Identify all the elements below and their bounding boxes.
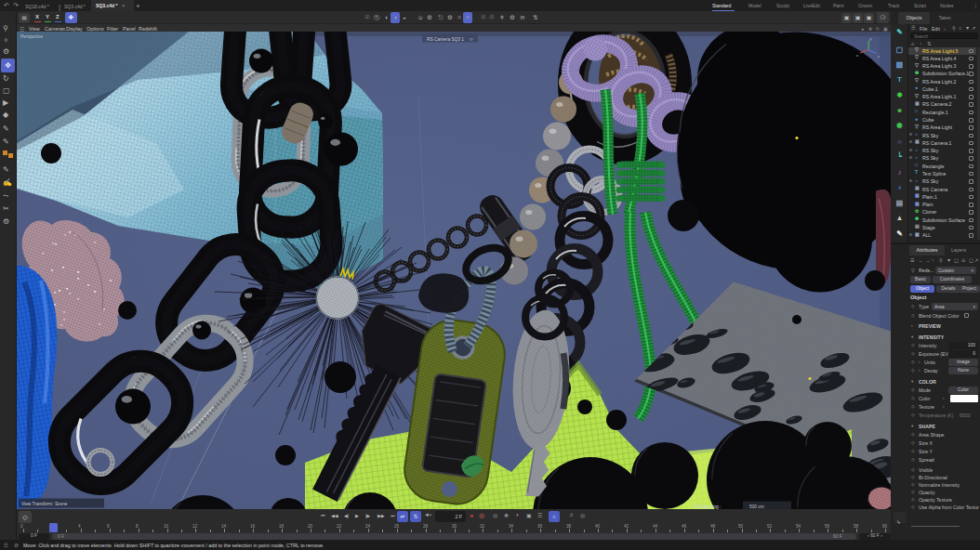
- svg-text:500 cm: 500 cm: [749, 504, 764, 508]
- svg-text:⟳: ⟳: [470, 36, 473, 41]
- svg-text:x: x: [856, 53, 858, 57]
- svg-text:z: z: [878, 54, 880, 58]
- svg-text:Perspective: Perspective: [20, 33, 43, 38]
- svg-text:y: y: [870, 36, 872, 40]
- svg-text:RS Camera SQ3 1: RS Camera SQ3 1: [427, 36, 464, 41]
- svg-text:View Transform: Scene: View Transform: Scene: [21, 502, 68, 506]
- svg-text:Grid Spacing :: Grid Spacing :: [693, 504, 721, 508]
